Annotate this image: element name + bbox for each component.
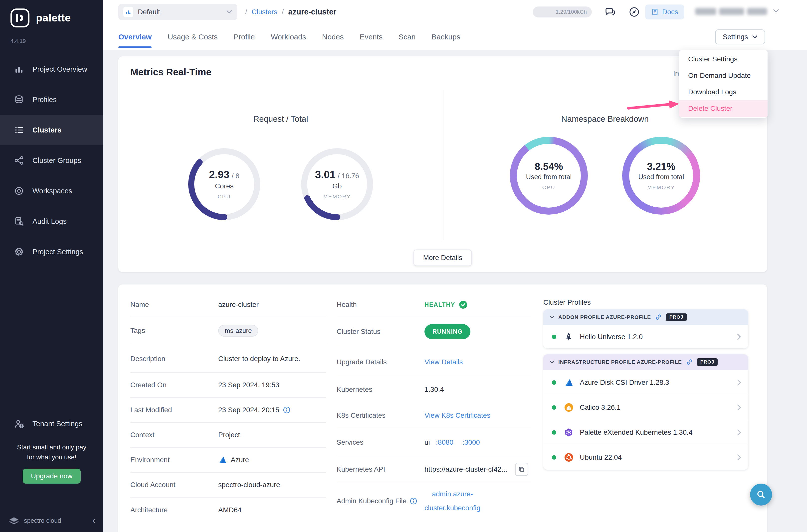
menu-item-cluster-settings[interactable]: Cluster Settings	[679, 51, 768, 68]
tab-scan[interactable]: Scan	[399, 24, 416, 50]
chevron-right-icon	[737, 429, 741, 436]
more-details-button[interactable]: More Details	[414, 249, 472, 266]
metrics-title: Metrics Real-Time	[130, 67, 212, 78]
breadcrumb-clusters-link[interactable]: Clusters	[252, 8, 277, 16]
chevron-down-icon	[226, 10, 232, 14]
cluster-name-value: azure-cluster	[218, 301, 259, 309]
bar-chart-icon	[14, 64, 24, 74]
status-dot	[552, 380, 556, 385]
person-gear-icon	[14, 419, 24, 429]
tab-nodes[interactable]: Nodes	[322, 24, 344, 50]
copy-icon[interactable]	[515, 463, 528, 476]
palette-logo-icon	[10, 8, 30, 28]
cluster-tabs: Overview Usage & Costs Profile Workloads…	[118, 24, 460, 50]
search-icon	[755, 489, 767, 500]
usage-quota-pill: 1.29/100kCh	[533, 6, 592, 17]
ubuntu-icon	[563, 453, 574, 462]
user-menu-chevron-icon[interactable]	[773, 9, 779, 13]
chevron-down-icon	[752, 35, 757, 39]
sidebar: palette 4.4.19 Project Overview Profiles…	[0, 0, 103, 532]
azure-icon	[563, 378, 574, 387]
sidebar-item-audit-logs[interactable]: Audit Logs	[0, 206, 103, 236]
tab-usage-costs[interactable]: Usage & Costs	[167, 24, 218, 50]
sidebar-collapse-icon[interactable]: ‹	[92, 516, 95, 525]
sidebar-item-clusters[interactable]: Clusters	[0, 115, 103, 145]
tag-chip: ms-azure	[218, 325, 258, 337]
sidebar-item-tenant-settings[interactable]: Tenant Settings	[0, 411, 103, 436]
spectro-cloud-label: spectro cloud	[24, 517, 61, 524]
health-status: HEALTHY	[424, 301, 467, 309]
info-icon[interactable]	[283, 406, 290, 414]
app-version: 4.4.19	[11, 38, 26, 44]
settings-menu: Cluster Settings On-Demand Update Downlo…	[679, 50, 768, 118]
search-fab-button[interactable]	[750, 483, 772, 506]
upgrade-now-button[interactable]: Upgrade now	[23, 469, 81, 483]
profile-pack-ubuntu[interactable]: Ubuntu 22.04	[543, 445, 748, 470]
cpu-gauge: 2.93 / 8 Cores CPU	[185, 145, 263, 223]
sidebar-item-profiles[interactable]: Profiles	[0, 84, 103, 115]
settings-dropdown-button[interactable]: Settings	[715, 30, 765, 44]
kubernetes-api-url: https://azure-cluster-cf42...	[424, 466, 507, 473]
project-chart-icon	[123, 7, 133, 17]
user-name-redacted[interactable]	[695, 8, 767, 15]
sidebar-item-project-overview[interactable]: Project Overview	[0, 54, 103, 84]
project-selector[interactable]: Default	[118, 4, 237, 20]
calico-icon	[563, 403, 574, 412]
status-dot	[552, 430, 556, 435]
sidebar-item-project-settings[interactable]: Project Settings	[0, 236, 103, 267]
status-dot	[552, 455, 556, 460]
gear-icon	[14, 247, 24, 257]
info-icon[interactable]	[410, 498, 417, 505]
service-port-3000-link[interactable]: :3000	[462, 438, 480, 446]
proj-badge: PROJ	[697, 358, 718, 366]
view-details-link[interactable]: View Details	[424, 358, 463, 366]
palette-app: palette 4.4.19 Project Overview Profiles…	[0, 0, 807, 532]
addon-profile-box: ADDON PROFILE AZURE-PROFILE PROJ Hello U…	[543, 309, 748, 348]
sidebar-footer: spectro cloud ‹	[0, 509, 103, 532]
link-icon[interactable]	[655, 314, 662, 321]
breadcrumb: / Clusters / azure-cluster	[245, 0, 336, 24]
chevron-right-icon	[737, 404, 741, 411]
metrics-card: Metrics Real-Time In Request / Total Nam…	[118, 56, 767, 272]
infrastructure-profile-header[interactable]: INFRASTRUCTURE PROFILE AZURE-PROFILE PRO…	[543, 354, 748, 370]
profile-pack-calico[interactable]: Calico 3.26.1	[543, 395, 748, 420]
admin-kubeconfig-link[interactable]: admin.azure- cluster.kubeconfig	[424, 489, 480, 513]
tab-profile[interactable]: Profile	[234, 24, 255, 50]
infrastructure-profile-box: INFRASTRUCTURE PROFILE AZURE-PROFILE PRO…	[543, 354, 748, 470]
chevron-down-icon	[549, 360, 554, 364]
compass-icon[interactable]	[628, 6, 640, 18]
check-circle-icon	[459, 301, 467, 309]
details-left-column: Name azure-cluster Tags ms-azure Descrip…	[130, 293, 326, 522]
chevron-down-icon	[549, 316, 554, 319]
menu-item-download-logs[interactable]: Download Logs	[679, 84, 768, 100]
sidebar-item-workspaces[interactable]: Workspaces	[0, 176, 103, 206]
chat-icon[interactable]	[604, 6, 616, 18]
main-area: Default / Clusters / azure-cluster 1.29/…	[103, 0, 807, 532]
profile-pack-palette-extended-k8s[interactable]: Palette eXtended Kubernetes 1.30.4	[543, 420, 748, 445]
pxk-hexagon-icon	[563, 428, 574, 437]
service-port-8080-link[interactable]: :8080	[436, 438, 454, 446]
tab-workloads[interactable]: Workloads	[271, 24, 306, 50]
tab-backups[interactable]: Backups	[432, 24, 460, 50]
link-icon[interactable]	[686, 359, 693, 365]
menu-item-on-demand-update[interactable]: On-Demand Update	[679, 68, 768, 84]
tab-overview[interactable]: Overview	[118, 24, 151, 50]
brand-name: palette	[36, 12, 71, 24]
status-dot	[552, 405, 556, 410]
sidebar-item-cluster-groups[interactable]: Cluster Groups	[0, 145, 103, 176]
tab-events[interactable]: Events	[360, 24, 383, 50]
menu-item-delete-cluster[interactable]: Delete Cluster	[679, 100, 768, 117]
view-k8s-certificates-link[interactable]: View K8s Certificates	[424, 412, 490, 419]
status-dot	[552, 335, 556, 339]
profile-pack-azure-disk-csi[interactable]: Azure Disk CSI Driver 1.28.3	[543, 370, 748, 395]
breadcrumb-current: azure-cluster	[288, 7, 336, 17]
addon-profile-header[interactable]: ADDON PROFILE AZURE-PROFILE PROJ	[543, 309, 748, 325]
profile-pack-hello-universe[interactable]: Hello Universe 1.2.0	[543, 325, 748, 348]
nodes-network-icon	[14, 155, 24, 166]
chevron-right-icon	[737, 454, 741, 461]
docs-button[interactable]: Docs	[645, 4, 684, 19]
cluster-details-card: Name azure-cluster Tags ms-azure Descrip…	[118, 284, 767, 532]
chevron-right-icon	[737, 379, 741, 386]
proj-badge: PROJ	[666, 314, 687, 321]
section-divider	[443, 90, 443, 240]
